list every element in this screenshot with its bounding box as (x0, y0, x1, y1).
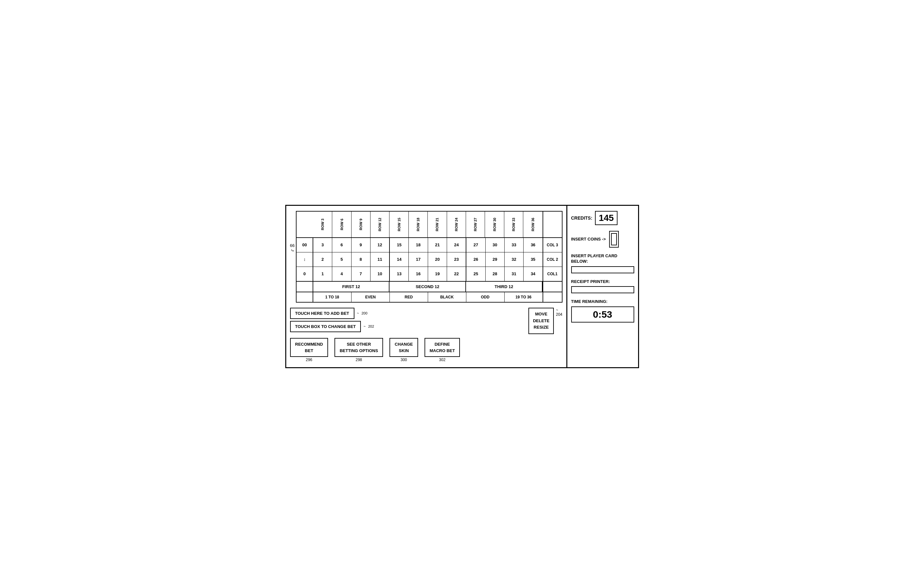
arrow-66: ⤷ (291, 248, 294, 253)
dozen-third[interactable]: THIRD 12 (466, 282, 543, 292)
bet-even[interactable]: EVEN (352, 292, 390, 302)
bet-1to18[interactable]: 1 TO 18 (313, 292, 352, 302)
number-cell-31[interactable]: 31 (504, 267, 524, 281)
number-cell-23[interactable]: 23 (447, 252, 466, 266)
number-cell-14[interactable]: 14 (390, 252, 409, 266)
bet-black[interactable]: BLACK (428, 292, 466, 302)
number-cell-35[interactable]: 35 (524, 252, 542, 266)
ref-202: ~ (363, 324, 365, 328)
bottom-right-spacer (543, 292, 562, 302)
move-delete-button[interactable]: MOVE DELETE RESIZE (528, 308, 554, 334)
touch-change-row: TOUCH BOX TO CHANGE BET ~ 202 (290, 321, 374, 332)
number-cell-10[interactable]: 10 (371, 267, 390, 281)
number-cell-4[interactable]: 4 (332, 267, 351, 281)
col-label-2: COL1 (543, 267, 562, 281)
bet-19to36[interactable]: 19 TO 36 (504, 292, 543, 302)
dozen-spacer (296, 282, 313, 292)
col-header-row18: ROW 18 (409, 211, 428, 237)
number-row-2: 0147101316192225283134COL1 (296, 267, 562, 281)
recommend-bet-item: RECOMMEND BET 296 (290, 338, 328, 362)
number-cell-3[interactable]: 3 (313, 238, 332, 252)
col-header-row33: ROW 33 (504, 211, 523, 237)
ref-204-tilde: ~ (556, 308, 558, 312)
number-cell-32[interactable]: 32 (504, 252, 524, 266)
number-cell-26[interactable]: 26 (466, 252, 485, 266)
number-cell-16[interactable]: 16 (409, 267, 428, 281)
number-cell-2[interactable]: 2 (313, 252, 332, 266)
touch-buttons-column: TOUCH HERE TO ADD BET ~ 200 TOUCH BOX TO… (290, 308, 374, 332)
ref-202-label: 202 (368, 324, 374, 328)
player-card-label: INSERT PLAYER CARD BELOW: (571, 254, 634, 264)
number-cell-7[interactable]: 7 (352, 267, 371, 281)
col-header-row9: ROW 9 (352, 211, 371, 237)
number-cell-25[interactable]: 25 (466, 267, 485, 281)
number-cell-29[interactable]: 29 (485, 252, 504, 266)
touch-add-row: TOUCH HERE TO ADD BET ~ 200 (290, 308, 374, 319)
ref-200: ~ (357, 311, 359, 315)
number-cell-30[interactable]: 30 (485, 238, 504, 252)
row-label-0: 00 (296, 238, 313, 252)
number-cell-24[interactable]: 24 (447, 238, 466, 252)
coin-slot[interactable] (609, 231, 619, 247)
change-skin-button[interactable]: CHANGE SKIN (390, 338, 418, 357)
col-header-row6: ROW 6 (332, 211, 351, 237)
see-other-item: SEE OTHER BETTING OPTIONS 298 (335, 338, 383, 362)
define-macro-button[interactable]: DEFINE MACRO BET (424, 338, 460, 357)
ref-204-label: 204 (556, 312, 562, 317)
col-label-1: COL 2 (543, 252, 562, 266)
insert-coins-label: INSERT COINS -> (571, 236, 606, 241)
number-cell-15[interactable]: 15 (390, 238, 409, 252)
dozen-second[interactable]: SECOND 12 (390, 282, 466, 292)
number-row-1: ↕258111417202326293235COL 2 (296, 252, 562, 267)
number-cell-17[interactable]: 17 (409, 252, 428, 266)
touch-change-bet-button[interactable]: TOUCH BOX TO CHANGE BET (290, 321, 361, 332)
dozen-right-spacer (543, 282, 562, 292)
number-cell-13[interactable]: 13 (390, 267, 409, 281)
number-cell-27[interactable]: 27 (466, 238, 485, 252)
number-cell-8[interactable]: 8 (352, 252, 371, 266)
player-card-slot[interactable] (571, 266, 634, 273)
coin-slot-inner (611, 233, 617, 245)
number-cell-19[interactable]: 19 (428, 267, 447, 281)
insert-coins-row: INSERT COINS -> (571, 231, 634, 247)
number-cell-12[interactable]: 12 (371, 238, 390, 252)
number-cell-18[interactable]: 18 (409, 238, 428, 252)
bet-red[interactable]: RED (390, 292, 428, 302)
time-section: TIME REMAINING: 0:53 (571, 299, 634, 323)
number-cell-6[interactable]: 6 (332, 238, 351, 252)
recommend-bet-button[interactable]: RECOMMEND BET (290, 338, 328, 357)
row-label-1: ↕ (296, 252, 313, 266)
see-other-button[interactable]: SEE OTHER BETTING OPTIONS (335, 338, 383, 357)
main-container: 66 ⤷ ROW 3ROW 6ROW 9ROW 12ROW 15ROW 18RO… (285, 205, 639, 368)
col-header-row21: ROW 21 (428, 211, 447, 237)
number-cell-21[interactable]: 21 (428, 238, 447, 252)
number-cell-36[interactable]: 36 (524, 238, 542, 252)
buttons-area: TOUCH HERE TO ADD BET ~ 200 TOUCH BOX TO… (290, 308, 562, 362)
receipt-slot (571, 286, 634, 293)
header-row: ROW 3ROW 6ROW 9ROW 12ROW 15ROW 18ROW 21R… (296, 211, 562, 238)
row-label-2: 0 (296, 267, 313, 281)
col-header-row30: ROW 30 (485, 211, 504, 237)
number-cell-11[interactable]: 11 (371, 252, 390, 266)
number-cell-5[interactable]: 5 (332, 252, 351, 266)
label-66: 66 (290, 243, 294, 248)
bottom-bets-row: 1 TO 18 EVEN RED BLACK ODD 19 TO 36 (296, 292, 562, 302)
player-card-section: INSERT PLAYER CARD BELOW: (571, 254, 634, 273)
number-cell-34[interactable]: 34 (524, 267, 542, 281)
number-cell-9[interactable]: 9 (352, 238, 371, 252)
number-cell-22[interactable]: 22 (447, 267, 466, 281)
col-headers: ROW 3ROW 6ROW 9ROW 12ROW 15ROW 18ROW 21R… (313, 211, 543, 238)
dozen-first[interactable]: FIRST 12 (313, 282, 390, 292)
number-cell-1[interactable]: 1 (313, 267, 332, 281)
number-cell-20[interactable]: 20 (428, 252, 447, 266)
roulette-table: ROW 3ROW 6ROW 9ROW 12ROW 15ROW 18ROW 21R… (296, 211, 562, 302)
col-header-row12: ROW 12 (371, 211, 390, 237)
col-header-row24: ROW 24 (447, 211, 466, 237)
bet-odd[interactable]: ODD (466, 292, 504, 302)
ref-298-label: 298 (356, 358, 362, 362)
number-cell-33[interactable]: 33 (504, 238, 524, 252)
touch-add-bet-button[interactable]: TOUCH HERE TO ADD BET (290, 308, 354, 319)
define-macro-item: DEFINE MACRO BET 302 (424, 338, 460, 362)
number-cell-28[interactable]: 28 (485, 267, 504, 281)
ref-296-label: 296 (306, 358, 312, 362)
